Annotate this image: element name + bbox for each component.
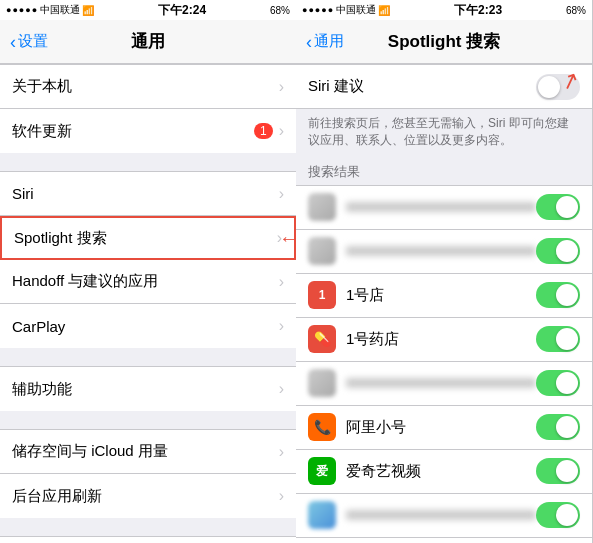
nav-bar-right: ‹ 通用 Spotlight 搜索 (296, 20, 592, 64)
signal-icon-right: ●●●●● (302, 5, 334, 15)
status-left: ●●●●● 中国联通 📶 (6, 3, 94, 17)
result-blurred2[interactable] (296, 230, 592, 274)
section-gap-2 (0, 348, 296, 366)
result-blurred3[interactable] (296, 362, 592, 406)
list-item-software[interactable]: 软件更新 1 › (0, 109, 296, 153)
signal-icon: ●●●●● (6, 5, 38, 15)
list-item-storage[interactable]: 储存空间与 iCloud 用量 › (0, 430, 296, 474)
section-gap-1 (0, 153, 296, 171)
toggle-knob-b4 (556, 504, 578, 526)
label-accessibility: 辅助功能 (12, 380, 279, 399)
blurred-label-4 (346, 510, 536, 520)
toggle-ali[interactable] (536, 414, 580, 440)
list-item-autolock[interactable]: 自动锁定 1 分钟 › (0, 537, 296, 543)
chevron-software: › (279, 122, 284, 140)
section-main: 关于本机 › 软件更新 1 › (0, 64, 296, 153)
results-list: 1 1号店 💊 1号药店 (296, 185, 592, 543)
blurred-label-1 (346, 202, 536, 212)
toggle-knob-b2 (556, 240, 578, 262)
carrier-right: 中国联通 (336, 3, 376, 17)
toggle-aiqiyi[interactable] (536, 458, 580, 484)
right-phone: ●●●●● 中国联通 📶 下午2:23 68% ‹ 通用 Spotlight 搜… (296, 0, 593, 543)
list-item-background[interactable]: 后台应用刷新 › (0, 474, 296, 518)
section-gap-4 (0, 518, 296, 536)
chevron-left-icon: ‹ (10, 33, 16, 51)
toggle-blurred3[interactable] (536, 370, 580, 396)
label-siri: Siri (12, 185, 279, 202)
list-item-about[interactable]: 关于本机 › (0, 65, 296, 109)
label-yihao: 1号店 (346, 286, 536, 305)
result-ali[interactable]: 📞 阿里小号 (296, 406, 592, 450)
status-bar-right: ●●●●● 中国联通 📶 下午2:23 68% (296, 0, 592, 20)
chevron-about: › (279, 78, 284, 96)
toggle-yihao[interactable] (536, 282, 580, 308)
section-accessibility: 辅助功能 › (0, 366, 296, 411)
list-item-carplay[interactable]: CarPlay › (0, 304, 296, 348)
chevron-background: › (279, 487, 284, 505)
result-yiyao[interactable]: 💊 1号药店 (296, 318, 592, 362)
chevron-back-right-icon: ‹ (306, 33, 312, 51)
right-phone-inner: ●●●●● 中国联通 📶 下午2:23 68% ‹ 通用 Spotlight 搜… (296, 0, 593, 543)
label-storage: 储存空间与 iCloud 用量 (12, 442, 279, 461)
badge-software: 1 (254, 123, 273, 139)
chevron-handoff: › (279, 273, 284, 291)
toggle-knob-yiyao (556, 328, 578, 350)
back-button-left[interactable]: ‹ 设置 (10, 32, 48, 51)
result-aiqiyi[interactable]: 爱 爱奇艺视频 (296, 450, 592, 494)
back-button-right[interactable]: ‹ 通用 (306, 32, 344, 51)
back-label-right: 通用 (314, 32, 344, 51)
blurred-icon-3 (308, 369, 336, 397)
toggle-blurred4[interactable] (536, 502, 580, 528)
time-left: 下午2:24 (158, 2, 206, 19)
icon-aiqiyi: 爱 (308, 457, 336, 485)
label-spotlight: Spotlight 搜索 (14, 229, 277, 248)
time-right: 下午2:23 (454, 2, 502, 19)
blurred-label-2 (346, 246, 536, 256)
wifi-icon-right: 📶 (378, 5, 390, 16)
status-left-right: ●●●●● 中国联通 📶 (302, 3, 390, 17)
status-right-left: 68% (270, 5, 290, 16)
result-yihao[interactable]: 1 1号店 (296, 274, 592, 318)
label-yiyao: 1号药店 (346, 330, 536, 349)
toggle-knob-ali (556, 416, 578, 438)
label-background: 后台应用刷新 (12, 487, 279, 506)
results-header: 搜索结果 (296, 157, 592, 185)
chevron-siri: › (279, 185, 284, 203)
list-item-spotlight[interactable]: Spotlight 搜索 › ← (0, 216, 296, 260)
icon-ali: 📞 (308, 413, 336, 441)
section-gap-3 (0, 411, 296, 429)
label-about: 关于本机 (12, 77, 279, 96)
toggle-knob-yihao (556, 284, 578, 306)
siri-toggle[interactable] (536, 74, 580, 100)
back-label-left: 设置 (18, 32, 48, 51)
section-storage: 储存空间与 iCloud 用量 › 后台应用刷新 › (0, 429, 296, 518)
blurred-icon-1 (308, 193, 336, 221)
toggle-blurred2[interactable] (536, 238, 580, 264)
chevron-spotlight: › (277, 229, 282, 247)
toggle-yiyao[interactable] (536, 326, 580, 352)
wifi-icon: 📶 (82, 5, 94, 16)
icon-yihao: 1 (308, 281, 336, 309)
nav-title-left: 通用 (131, 30, 165, 53)
left-phone: ●●●●● 中国联通 📶 下午2:24 68% ‹ 设置 通用 关于本机 › 软… (0, 0, 296, 543)
toggle-blurred1[interactable] (536, 194, 580, 220)
chevron-storage: › (279, 443, 284, 461)
siri-section: Siri 建议 前往搜索页后，您甚至无需输入，Siri 即可向您建议应用、联系人… (296, 64, 592, 157)
result-blurred4[interactable] (296, 494, 592, 538)
siri-label: Siri 建议 (308, 77, 536, 96)
label-software: 软件更新 (12, 122, 254, 141)
siri-toggle-item[interactable]: Siri 建议 (296, 65, 592, 109)
spotlight-content: Siri 建议 前往搜索页后，您甚至无需输入，Siri 即可向您建议应用、联系人… (296, 64, 592, 543)
label-ali: 阿里小号 (346, 418, 536, 437)
status-bar-left: ●●●●● 中国联通 📶 下午2:24 68% (0, 0, 296, 20)
label-carplay: CarPlay (12, 318, 279, 335)
label-handoff: Handoff 与建议的应用 (12, 272, 279, 291)
list-item-siri[interactable]: Siri › (0, 172, 296, 216)
settings-list-left: 关于本机 › 软件更新 1 › Siri › Spotlight 搜索 › ← (0, 64, 296, 543)
result-baidu[interactable]: 📍 百度地... (296, 538, 592, 543)
list-item-accessibility[interactable]: 辅助功能 › (0, 367, 296, 411)
toggle-knob-aiqiyi (556, 460, 578, 482)
list-item-handoff[interactable]: Handoff 与建议的应用 › (0, 260, 296, 304)
result-blurred1[interactable] (296, 186, 592, 230)
battery-left: 68% (270, 5, 290, 16)
